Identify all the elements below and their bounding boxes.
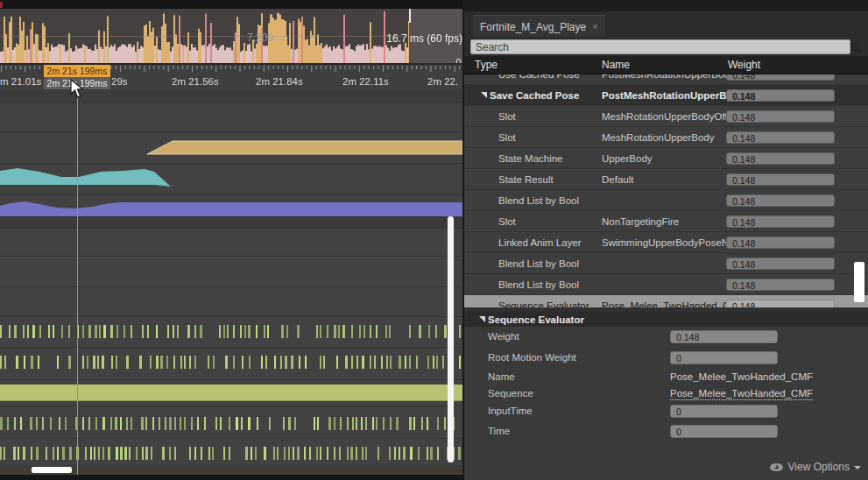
node-name-label: MeshRotationUpperBody xyxy=(602,132,726,143)
detail-value-box[interactable]: 0 xyxy=(670,351,778,364)
detail-row: SequencePose_Melee_TwoHanded_CMF xyxy=(464,387,868,401)
node-type-label: Slot xyxy=(498,111,516,122)
expand-arrow-icon xyxy=(479,316,485,322)
view-options-button[interactable]: View Options xyxy=(464,458,861,476)
timeline-tracks[interactable] xyxy=(0,90,464,465)
track-separator xyxy=(0,379,464,380)
tab-label: Fortnite_M_Avg_Playe xyxy=(480,21,586,33)
notify-tick-track[interactable] xyxy=(0,416,464,432)
node-type-label: State Machine xyxy=(498,153,563,164)
animation-insights-window: 7,200 16.7 ms (60 fps) 0 m 21.01s29s2m 2… xyxy=(0,0,868,480)
ruler-time-label: 2m 22. xyxy=(427,76,458,87)
detail-label: Weight xyxy=(488,331,519,342)
node-type-label: Blend List by Bool xyxy=(498,258,579,269)
recording-accent xyxy=(0,2,3,8)
detail-label: InputTime xyxy=(488,406,533,416)
column-header-weight[interactable]: Weight xyxy=(728,59,760,71)
table-row[interactable]: State MachineUpperBody0.148 xyxy=(464,148,868,169)
details-section-header[interactable]: Sequence Evaluator xyxy=(464,312,868,327)
table-row[interactable]: Use Cached PosePostMeshRotationUpperBod0… xyxy=(464,74,868,85)
details-rows: Weight0.148Root Motion Weight0NamePose_M… xyxy=(464,327,868,442)
anim-segment-band[interactable] xyxy=(0,385,464,401)
track-separator xyxy=(0,286,464,287)
column-header-name[interactable]: Name xyxy=(602,59,630,71)
node-name-label: Pose_Melee_TwoHanded_CM xyxy=(602,300,726,308)
weight-value-box[interactable]: 0.148 xyxy=(726,89,835,102)
table-row[interactable]: Blend List by Bool0.148 xyxy=(464,274,868,295)
node-type-label: Slot xyxy=(498,216,516,227)
eye-icon xyxy=(769,462,784,472)
notify-tick-track[interactable] xyxy=(0,324,464,340)
table-row[interactable]: Blend List by Bool0.148 xyxy=(464,253,868,274)
playhead-time-chip[interactable]: 2m 21s 199ms xyxy=(44,65,110,77)
track-separator xyxy=(0,316,464,317)
node-name-label: NonTargetingFire xyxy=(602,216,726,227)
timeline-horizontal-scrollbar[interactable] xyxy=(32,467,72,473)
playhead-line[interactable] xyxy=(77,90,78,475)
detail-row: InputTime0 xyxy=(464,405,868,419)
node-type-label: Linked Anim Layer xyxy=(498,237,582,248)
table-row[interactable]: SlotMeshRotationUpperBodyOffl0.148 xyxy=(464,106,868,127)
ruler-time-label: 2m 21.56s xyxy=(172,76,219,87)
table-row[interactable]: Blend List by Bool0.148 xyxy=(464,190,868,211)
node-type-label: Save Cached Pose xyxy=(490,90,579,101)
table-row[interactable]: SlotNonTargetingFire0.148 xyxy=(464,211,868,232)
detail-value-box[interactable]: 0 xyxy=(670,425,778,438)
chevron-down-icon xyxy=(854,466,861,469)
node-name-label: SwimmingUpperBodyPoseN xyxy=(602,237,726,248)
ruler-time-label: m 21.01s xyxy=(0,76,41,87)
timeline-panel: 7,200 16.7 ms (60 fps) 0 m 21.01s29s2m 2… xyxy=(0,0,464,480)
detail-row: NamePose_Melee_TwoHanded_CMF xyxy=(464,371,868,385)
weight-value-box[interactable]: 0.148 xyxy=(726,279,835,291)
fps-threshold-label: 16.7 ms (60 fps) xyxy=(386,32,462,45)
timeline-title-bar xyxy=(0,0,464,9)
timeline-vertical-scrollbar[interactable] xyxy=(448,216,454,462)
weight-value-box[interactable]: 0.148 xyxy=(726,74,835,81)
inspector-top-strip xyxy=(464,0,868,11)
search-icon xyxy=(850,42,862,53)
table-row[interactable]: State ResultDefault0.148 xyxy=(464,169,868,190)
anim-weight-bands xyxy=(0,90,464,230)
weight-value-box[interactable]: 0.148 xyxy=(726,300,835,308)
detail-row: Time0 xyxy=(464,425,868,439)
detail-label: Sequence xyxy=(488,388,533,399)
ruler-time-label: 2m 22.11s xyxy=(342,76,389,87)
weight-value-box[interactable]: 0.148 xyxy=(726,110,835,123)
detail-value-box[interactable]: 0.148 xyxy=(670,330,778,343)
table-row[interactable]: Sequence EvaluatorPose_Melee_TwoHanded_C… xyxy=(464,295,868,307)
tab-fortnite-m-avg-player[interactable]: Fortnite_M_Avg_Playe × xyxy=(473,15,605,38)
montage-band xyxy=(147,141,462,154)
node-name-label: MeshRotationUpperBodyOffl xyxy=(602,111,726,122)
weight-value-box[interactable]: 0.148 xyxy=(726,258,835,270)
ruler-time-label: 29s xyxy=(111,76,128,87)
detail-label: Name xyxy=(488,371,515,382)
search-input[interactable] xyxy=(470,39,850,54)
weight-value-box[interactable]: 0.148 xyxy=(726,215,835,228)
weight-value-box[interactable]: 0.148 xyxy=(726,131,835,144)
tab-close-icon[interactable]: × xyxy=(592,22,597,32)
node-type-label: Blend List by Bool xyxy=(498,195,579,206)
anim-node-table: Use Cached PosePostMeshRotationUpperBod0… xyxy=(464,74,868,307)
weight-value-box[interactable]: 0.148 xyxy=(726,236,835,249)
weight-value-box[interactable]: 0.148 xyxy=(726,194,835,207)
node-type-label: Slot xyxy=(498,132,516,143)
mouse-cursor xyxy=(70,79,86,98)
table-row[interactable]: Save Cached PosePostMeshRotationUpperBod… xyxy=(464,85,868,106)
frame-count-label: 7,200 xyxy=(247,32,273,44)
table-row[interactable]: SlotMeshRotationUpperBody0.148 xyxy=(464,127,868,148)
table-row[interactable]: Linked Anim LayerSwimmingUpperBodyPoseN0… xyxy=(464,232,868,253)
weight-value-box[interactable]: 0.148 xyxy=(726,173,835,186)
column-header-type[interactable]: Type xyxy=(475,59,498,71)
node-name-label: PostMeshRotationUpperBod xyxy=(602,90,726,101)
teal-weight-band xyxy=(0,168,171,187)
search-bar xyxy=(464,37,868,56)
detail-row: Root Motion Weight0 xyxy=(464,351,868,365)
notify-tick-track[interactable] xyxy=(0,446,464,462)
notify-tick-track[interactable] xyxy=(0,355,464,371)
weight-value-box[interactable]: 0.148 xyxy=(726,152,835,165)
expand-arrow-icon[interactable] xyxy=(481,92,487,98)
table-scrollbar[interactable] xyxy=(854,262,864,302)
frame-time-graph[interactable]: 7,200 16.7 ms (60 fps) 0 xyxy=(0,9,464,63)
detail-value-box[interactable]: 0 xyxy=(670,405,778,418)
sequence-asset-link[interactable]: Pose_Melee_TwoHanded_CMF xyxy=(670,388,813,399)
